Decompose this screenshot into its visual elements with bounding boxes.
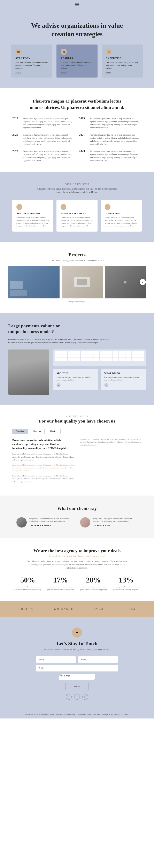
timeline-item-2022: 2022 Recruitment Agency that strives to … — [12, 150, 75, 162]
stat-13-desc: Lorem ipsum dolor sit amet massa quis au… — [112, 586, 141, 591]
mission-tabs: Overview Founder Mission — [12, 429, 142, 434]
payments-person-image — [8, 349, 49, 395]
projects-title: Projects — [8, 252, 146, 258]
about-arrow-icon[interactable]: › — [57, 383, 61, 387]
instagram-link[interactable]: in — [82, 694, 88, 700]
stats-grid: 50% Lorem ipsum dolor sit amet massa qui… — [12, 576, 142, 591]
app-dev-icon — [17, 204, 22, 210]
mission-text1: Sample text. Click to select the text bo… — [12, 453, 74, 461]
strategy-text: Duis ante cris elites in empowered with … — [16, 61, 48, 70]
mission-text2: Sample text. Click to select the text bo… — [12, 474, 74, 483]
clients-section: What our clients say Sample text. Lorem … — [0, 496, 154, 538]
stat-13: 13% Lorem ipsum dolor sit amet massa qui… — [112, 576, 141, 591]
mobility-title: MOBILITY SERVICES — [61, 212, 93, 215]
social-links: f t in — [8, 694, 146, 700]
stat-17-number: 17% — [46, 576, 75, 584]
projects-quote: "You can do anything you set your mind t… — [8, 259, 146, 261]
mission-tab-overview[interactable]: Overview — [12, 429, 28, 434]
mission-content: Brave is an innovative web solution, whi… — [12, 438, 142, 485]
what-we-do-title: WHAT WE DO — [104, 372, 143, 374]
contact-title: Let's Stay In Touch — [8, 641, 146, 646]
payments-section: Large payments volume or unique business… — [0, 313, 154, 405]
client-card-jeffrey: Sample text. Lorem ipsum dolor sit amet,… — [17, 517, 74, 528]
form-field-message — [36, 674, 118, 681]
timeline-item-2018: 2018 Recruitment Agency that strives to … — [12, 117, 75, 129]
footer: Sample text. Click to select the text bo… — [0, 710, 154, 718]
brand-crolla: CROLLA — [19, 608, 33, 611]
pharetra-section: Pharetra magna ac placerat vestibulum le… — [0, 88, 154, 172]
binance-diamond-icon: ◆ — [54, 608, 56, 611]
payments-content: ABOUT US Excepteur sint occaecat cupidat… — [8, 349, 146, 395]
client-info-jeffrey: Sample text. Lorem ipsum dolor sit amet,… — [29, 517, 74, 528]
agency-subtitle: We work directly for our clients and cli… — [12, 555, 142, 558]
stat-20-desc: Lorem ipsum dolor sit amet massa quis au… — [79, 586, 108, 591]
message-textarea[interactable] — [59, 674, 95, 680]
strategy-more-link[interactable]: MORE — [16, 71, 48, 73]
consulting-icon — [105, 204, 111, 210]
timeline-item-2019: 2019 Recruitment Agency that strives to … — [79, 117, 142, 129]
mobility-text: Sample text. Click to select the text bo… — [61, 216, 93, 227]
timeline: 2018 Recruitment Agency that strives to … — [12, 117, 142, 162]
agency-section: We are the best agency to improve your d… — [0, 538, 154, 601]
stat-50-number: 50% — [13, 576, 42, 584]
stat-20-number: 20% — [79, 576, 108, 584]
pharetra-title: Pharetra magna ac placerat vestibulum le… — [28, 98, 126, 111]
results-text: Duis ante cris elites in empowered with … — [61, 61, 93, 70]
results-more-link[interactable]: MORE — [61, 71, 93, 73]
services-cards: APP DEVELOPMENT Sample text. Click to se… — [8, 200, 146, 231]
hero-title: We advise organizations in value creatio… — [26, 21, 128, 38]
mission-section: MISSION & VISION For our best quality yo… — [0, 405, 154, 496]
stat-17: 17% Lorem ipsum dolor sit amet massa qui… — [46, 576, 75, 591]
hero-section: We advise organizations in value creatio… — [0, 9, 154, 88]
contact-form: Submit — [36, 656, 118, 690]
stat-13-number: 13% — [112, 576, 141, 584]
twitter-link[interactable]: t — [74, 694, 80, 700]
timeline-item-2021: 2021 Recruitment Agency that strives to … — [79, 133, 142, 146]
expertise-more-link[interactable]: MORE — [106, 71, 138, 73]
app-dev-title: APP DEVELOPMENT — [17, 212, 49, 215]
contact-icon: ✦ — [72, 627, 82, 638]
subject-input[interactable] — [36, 665, 118, 672]
form-row-name-email — [36, 656, 118, 663]
brand-evga: EVGA — [94, 608, 103, 611]
name-input[interactable] — [36, 656, 76, 663]
contact-desc: We are an ambitious studio and are looki… — [8, 648, 146, 651]
email-input[interactable] — [78, 656, 118, 663]
expertise-title: EXPERTISE — [106, 57, 138, 60]
submit-button[interactable]: Submit — [65, 683, 89, 690]
mission-tab-founder[interactable]: Founder — [30, 429, 44, 434]
client-text-jeffrey: Sample text. Lorem ipsum dolor sit amet,… — [29, 517, 74, 523]
results-icon: ◎ — [61, 49, 67, 55]
what-we-do-text: Excepteur sint occaecat cupidatat non pr… — [104, 376, 143, 381]
brand-binance: ◆ BINANCE — [54, 608, 73, 611]
hero-card-expertise: ◎ EXPERTISE Duis ante cris elites in emp… — [102, 44, 143, 78]
mission-description: Brave is an innovative web solution, whi… — [12, 438, 70, 450]
service-card-consulting: CONSULTING Sample text. Click to select … — [101, 200, 142, 231]
client-avatar-jeffrey — [17, 517, 27, 528]
contact-section: ✦ Let's Stay In Touch We are an ambitiou… — [0, 617, 154, 710]
app-dev-text: Sample text. Click to select the text bo… — [17, 216, 49, 227]
brand-tesla: TESLA — [124, 608, 135, 611]
projects-carousel: ▣ › — [8, 266, 146, 299]
results-title: RESULTS — [61, 57, 93, 60]
hero-cards: ◎ STRATEGY Duis ante cris elites in empo… — [8, 44, 146, 78]
mission-tab-mission[interactable]: Mission — [47, 429, 61, 434]
carousel-next-button[interactable]: › — [140, 279, 146, 285]
clients-title: What our clients say — [12, 506, 142, 511]
about-us-box: ABOUT US Excepteur sint occaecat cupidat… — [53, 369, 98, 390]
mission-right-panel: Sample text. Click to select the text bo… — [80, 438, 142, 485]
project-image-1 — [8, 266, 60, 299]
facebook-link[interactable]: f — [66, 694, 72, 700]
client-name-maria: - MARIA CHEN — [93, 524, 137, 527]
stat-20: 20% Lorem ipsum dolor sit amet massa qui… — [79, 576, 108, 591]
services-section: Our Services Aliquam hendrerit a augue i… — [0, 172, 154, 242]
mission-highlighted: Sample text. Click to select the text bo… — [12, 464, 74, 472]
client-name-jeffrey: - JEFFREY BROWN — [29, 524, 74, 527]
hero-card-results: ◎ RESULTS Duis ante cris elites in empow… — [57, 44, 97, 78]
client-text-maria: Sample text. Lorem ipsum dolor sit amet,… — [93, 517, 137, 523]
project-image-2 — [62, 266, 103, 299]
form-field-name — [36, 656, 76, 663]
hamburger-menu[interactable] — [75, 3, 79, 6]
about-us-text: Excepteur sint occaecat cupidatat non pr… — [57, 376, 95, 381]
what-arrow-icon[interactable]: › — [104, 383, 109, 387]
